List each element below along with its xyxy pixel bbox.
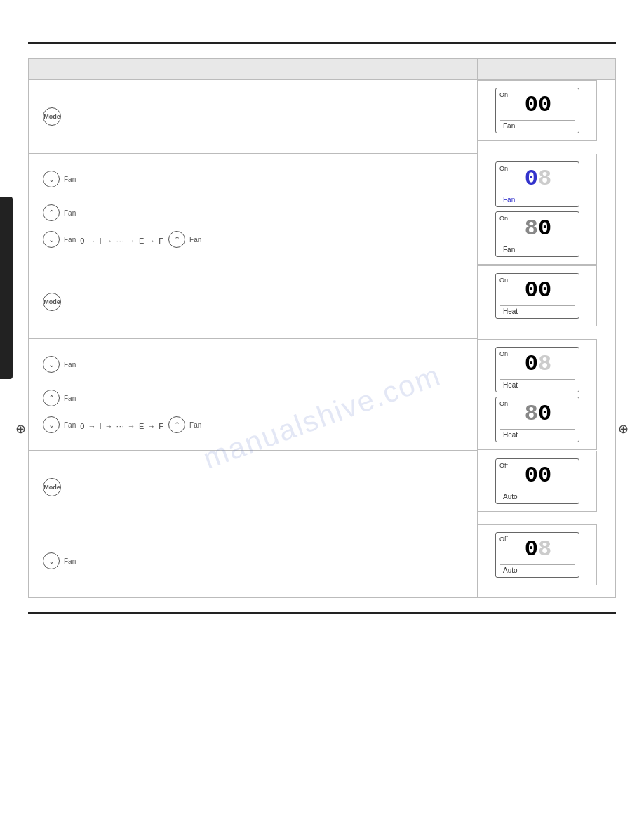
digit2: 0 (538, 465, 550, 487)
row6-icon-row: ⌄ Fan (43, 552, 463, 569)
digit1: 0 (525, 353, 537, 376)
digit1: 8 (525, 218, 537, 240)
lcd-digits: 0 8 (500, 165, 575, 193)
digit2: 0 (538, 94, 550, 117)
digit2: 0 (538, 279, 550, 302)
fan-label: Fan (64, 176, 76, 183)
compass-left: ⊕ (15, 421, 26, 437)
row3-instruction: Mode (43, 274, 463, 330)
top-line (28, 42, 616, 44)
row4-left: ⌄ Fan ⌃ Fan ⌄ Fan 0 → I → ··· → E → F ⌃ … (29, 339, 478, 451)
fan-up-icon-4: ⌃ (168, 416, 185, 433)
fan-up-icon: ⌃ (43, 204, 60, 221)
fan-down-icon-4: ⌄ (43, 416, 60, 433)
row5-left: Mode (29, 451, 478, 524)
row5-instruction: Mode (43, 459, 463, 515)
table-row: ⌄ Fan ⌃ Fan ⌄ Fan 0 → I → ··· → E → F ⌃ … (29, 154, 616, 265)
row6-right: Off 0 8 Auto (478, 524, 597, 585)
lcd-digits: 0 8 (500, 350, 575, 378)
lcd-digits: 8 0 (500, 215, 575, 243)
header-right (478, 59, 616, 80)
row3-left: Mode (29, 265, 478, 339)
mode-button-icon-2: Mode (43, 293, 61, 311)
lcd-digits: 8 0 (500, 400, 575, 428)
table-row: Mode On 0 0 Heat (29, 265, 616, 339)
row2-instruction: ⌄ Fan ⌃ Fan ⌄ Fan 0 → I → ··· → E → F ⌃ … (43, 162, 463, 256)
row1-left: Mode (29, 80, 478, 154)
sequence-text-2: 0 → I → ··· → E → F (80, 422, 164, 430)
digit2: 8 (538, 168, 550, 190)
row4-right: On 0 8 Heat On 8 0 Heat (478, 339, 597, 450)
row3-icon-row: Mode (43, 293, 463, 311)
table-header (29, 59, 616, 80)
digit1: 0 (525, 465, 537, 487)
lcd-digits: 0 0 (500, 277, 575, 305)
lcd-onoff: On (499, 277, 508, 284)
lcd-mode: Heat (500, 429, 575, 439)
digit2: 8 (538, 538, 550, 561)
page-container: ⊕ ⊕ manualshive.com Mode (0, 0, 644, 834)
row4-icon-row-1: ⌄ Fan (43, 356, 463, 373)
row4-sequence-row: ⌄ Fan 0 → I → ··· → E → F ⌃ Fan (43, 416, 463, 433)
lcd-digits: 0 8 (500, 536, 575, 564)
lcd-display-row4b: On 8 0 Heat (495, 397, 579, 442)
lcd-display-row2b: On 8 0 Fan (495, 211, 579, 257)
lcd-display-row1: On 0 0 Fan (495, 88, 579, 133)
row2-icon-row-1: ⌄ Fan (43, 171, 463, 187)
lcd-onoff: Off (499, 536, 508, 543)
lcd-mode: Fan (500, 120, 575, 130)
lcd-mode: Fan (500, 194, 575, 204)
row1-right: On 0 0 Fan (478, 80, 597, 141)
row5-right: Off 0 0 Auto (478, 451, 597, 512)
row1-icon-row: Mode (43, 107, 463, 126)
fan-down-icon: ⌄ (43, 171, 60, 187)
digit2: 0 (538, 218, 550, 240)
left-tab (0, 197, 13, 379)
row2-right: On 0 8 Fan On 8 0 Fan (478, 154, 597, 265)
fan-label2: Fan (64, 209, 76, 217)
table-row: ⌄ Fan ⌃ Fan ⌄ Fan 0 → I → ··· → E → F ⌃ … (29, 339, 616, 451)
row2-icon-row-2: ⌃ Fan (43, 204, 463, 221)
row2-sequence-row: ⌄ Fan 0 → I → ··· → E → F ⌃ Fan (43, 231, 463, 248)
row1-instruction: Mode (43, 88, 463, 145)
stacked-displays-row4: On 0 8 Heat On 8 0 Heat (487, 347, 588, 442)
lcd-digits: 0 0 (500, 462, 575, 490)
lcd-display-row3: On 0 0 Heat (495, 273, 579, 319)
sequence-text: 0 → I → ··· → E → F (80, 237, 164, 245)
table-row: Mode On 0 0 Fan (29, 80, 616, 154)
row5-icon-row: Mode (43, 478, 463, 496)
digit1: 8 (525, 403, 537, 425)
lcd-mode: Heat (500, 305, 575, 315)
fan-down-icon-2: ⌄ (43, 231, 60, 248)
row2-left: ⌄ Fan ⌃ Fan ⌄ Fan 0 → I → ··· → E → F ⌃ … (29, 154, 478, 265)
lcd-onoff: On (499, 215, 508, 222)
digit2: 8 (538, 353, 550, 376)
fan-down-icon-3: ⌄ (43, 356, 60, 373)
lcd-mode: Auto (500, 491, 575, 501)
digit1: 0 (525, 168, 537, 190)
lcd-display-row2a: On 0 8 Fan (495, 161, 579, 207)
main-table: Mode On 0 0 Fan (28, 58, 616, 598)
mode-button-icon-3: Mode (43, 478, 61, 496)
row3-right: On 0 0 Heat (478, 265, 597, 326)
row6-instruction: ⌄ Fan (43, 533, 463, 589)
lcd-display-row6: Off 0 8 Auto (495, 532, 579, 578)
table-row: ⌄ Fan Off 0 8 Auto (29, 524, 616, 598)
compass-right: ⊕ (618, 421, 629, 437)
digit2: 0 (538, 403, 550, 425)
lcd-onoff: On (499, 91, 508, 98)
row6-left: ⌄ Fan (29, 524, 478, 598)
bottom-line (28, 612, 616, 614)
digit1: 0 (525, 538, 537, 561)
lcd-onoff: On (499, 350, 508, 357)
fan-up-icon-2: ⌃ (168, 231, 185, 248)
lcd-display-row4a: On 0 8 Heat (495, 347, 579, 392)
fan-up-icon-3: ⌃ (43, 390, 60, 406)
lcd-onoff: On (499, 165, 508, 172)
stacked-displays-row2: On 0 8 Fan On 8 0 Fan (487, 161, 588, 257)
mode-button-icon: Mode (43, 107, 61, 126)
digit1: 0 (525, 94, 537, 117)
row4-icon-row-2: ⌃ Fan (43, 390, 463, 406)
lcd-mode: Fan (500, 244, 575, 253)
lcd-display-row5: Off 0 0 Auto (495, 458, 579, 504)
